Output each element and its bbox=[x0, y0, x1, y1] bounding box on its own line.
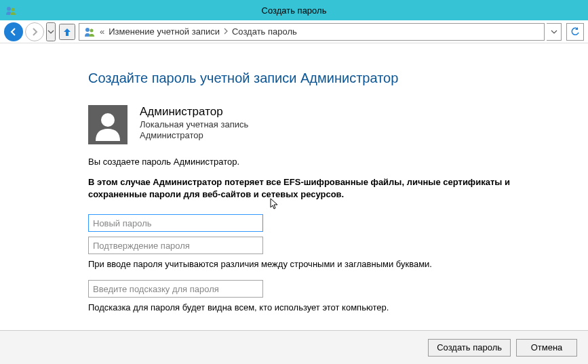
breadcrumb-prefix: « bbox=[100, 26, 104, 37]
user-account-type: Локальная учетная запись bbox=[140, 119, 248, 129]
breadcrumb-item-2[interactable]: Создать пароль bbox=[232, 26, 297, 37]
app-icon bbox=[5, 5, 16, 16]
creating-text: Вы создаете пароль Администратор. bbox=[88, 157, 588, 167]
chevron-down-icon bbox=[551, 30, 557, 34]
new-password-input[interactable] bbox=[88, 214, 263, 232]
titlebar: Создать пароль bbox=[0, 0, 588, 20]
user-name: Администратор bbox=[140, 105, 248, 119]
password-hint-input[interactable] bbox=[88, 280, 263, 298]
up-arrow-icon bbox=[62, 26, 73, 37]
hint-note: Подсказка для пароля будет видна всем, к… bbox=[88, 302, 588, 312]
address-dropdown[interactable] bbox=[547, 23, 562, 41]
user-icon bbox=[92, 108, 124, 141]
refresh-icon bbox=[570, 27, 580, 37]
back-button[interactable] bbox=[4, 22, 23, 41]
svg-point-4 bbox=[101, 113, 115, 127]
forward-icon bbox=[25, 22, 44, 41]
breadcrumb-separator-icon bbox=[224, 26, 228, 37]
avatar bbox=[88, 105, 128, 144]
svg-point-2 bbox=[85, 28, 90, 32]
window-title: Создать пароль bbox=[262, 5, 327, 16]
svg-point-0 bbox=[7, 7, 11, 11]
addressbar[interactable]: « Изменение учетной записи Создать парол… bbox=[79, 23, 545, 41]
up-button[interactable] bbox=[59, 24, 75, 40]
create-password-button[interactable]: Создать пароль bbox=[428, 339, 511, 357]
cursor-icon bbox=[270, 198, 279, 214]
case-note: При вводе пароля учитываются различия ме… bbox=[88, 259, 588, 269]
page-title: Создайте пароль учетной записи Администр… bbox=[88, 70, 588, 86]
content-area: Создайте пароль учетной записи Администр… bbox=[0, 43, 588, 312]
refresh-button[interactable] bbox=[566, 23, 584, 41]
user-info: Администратор Локальная учетная запись А… bbox=[140, 105, 248, 140]
footer: Создать пароль Отмена bbox=[0, 330, 588, 364]
history-dropdown[interactable] bbox=[46, 22, 56, 41]
forward-button[interactable] bbox=[25, 22, 44, 41]
users-icon bbox=[83, 26, 96, 38]
user-block: Администратор Локальная учетная запись А… bbox=[88, 105, 588, 144]
navbar: « Изменение учетной записи Создать парол… bbox=[0, 20, 588, 43]
user-role: Администратор bbox=[140, 130, 248, 140]
chevron-down-icon bbox=[47, 30, 54, 34]
confirm-password-input[interactable] bbox=[88, 237, 263, 254]
svg-point-1 bbox=[12, 8, 15, 12]
breadcrumb-item-1[interactable]: Изменение учетной записи bbox=[109, 26, 220, 37]
cancel-button[interactable]: Отмена bbox=[516, 339, 577, 357]
back-icon bbox=[4, 22, 23, 41]
warning-text: В этом случае Администратор потеряет все… bbox=[88, 176, 522, 201]
svg-point-3 bbox=[90, 28, 94, 32]
